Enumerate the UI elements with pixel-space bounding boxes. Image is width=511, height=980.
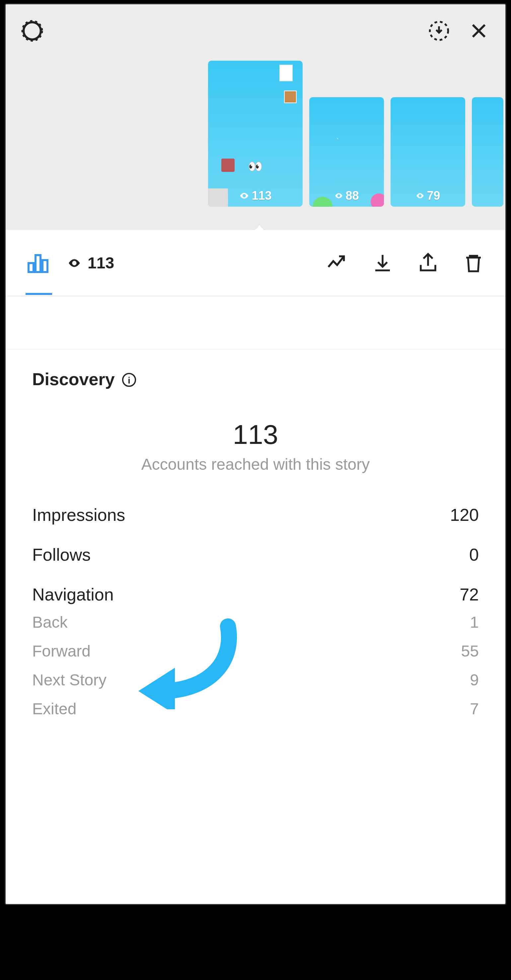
- stat-label: Back: [32, 613, 68, 631]
- discovery-title: Discovery: [32, 369, 115, 389]
- delete-button[interactable]: [462, 251, 486, 275]
- spacer-strip: [6, 296, 505, 349]
- tab-insights[interactable]: [25, 251, 49, 275]
- gear-icon: [19, 18, 45, 44]
- stat-value: 0: [469, 545, 479, 565]
- share-icon: [417, 252, 439, 274]
- decorative-mark: 、: [336, 130, 344, 141]
- stat-label: Follows: [32, 545, 91, 565]
- stat-follows: Follows 0: [32, 545, 479, 565]
- stat-value: 120: [450, 505, 479, 525]
- download-circle-icon: [428, 20, 450, 42]
- view-count-value: 113: [252, 189, 271, 203]
- sticker-icon: [208, 188, 228, 207]
- stat-nav-exited: Exited 7: [32, 700, 479, 718]
- section-title-row: Discovery: [32, 369, 479, 389]
- story-thumbnail-selected[interactable]: 👀 113: [208, 61, 302, 207]
- svg-point-0: [24, 22, 41, 40]
- header-actions: [426, 18, 492, 44]
- sticker-icon: [279, 65, 293, 81]
- stat-label: Next Story: [32, 671, 107, 689]
- discovery-section: Discovery 113 Accounts reached with this…: [6, 349, 505, 742]
- bar-chart-icon: [25, 251, 49, 275]
- total-views[interactable]: 113: [68, 254, 114, 272]
- stat-impressions: Impressions 120: [32, 505, 479, 525]
- info-button[interactable]: [121, 372, 137, 387]
- thumbnail-view-count: 79: [415, 189, 440, 203]
- eye-icon: [334, 191, 343, 200]
- eye-icon: [415, 191, 424, 200]
- header-top-bar: [6, 11, 505, 51]
- stat-nav-next-story: Next Story 9: [32, 671, 479, 689]
- promote-button[interactable]: [325, 251, 349, 275]
- stat-value: 7: [470, 700, 479, 718]
- eye-icon: [239, 191, 249, 201]
- view-count-value: 79: [427, 189, 440, 203]
- sticker-icon: [284, 91, 297, 103]
- story-thumbnail[interactable]: 79: [390, 97, 465, 207]
- save-button[interactable]: [371, 251, 395, 275]
- decorative-dot: [312, 197, 333, 207]
- svg-rect-5: [43, 260, 48, 272]
- svg-rect-3: [29, 263, 33, 272]
- close-icon: [468, 21, 489, 41]
- app-frame: 👀 113 、 88 79: [5, 3, 506, 905]
- download-all-button[interactable]: [426, 18, 452, 44]
- stat-value: 1: [470, 613, 479, 631]
- thumbnail-view-count: 88: [334, 189, 359, 203]
- reach-count: 113: [32, 419, 479, 450]
- svg-rect-4: [35, 255, 40, 272]
- story-thumbnail[interactable]: 、 88: [309, 97, 384, 207]
- thumbnail-view-count: 113: [239, 189, 271, 203]
- info-icon: [121, 372, 137, 388]
- stat-value: 72: [460, 585, 479, 605]
- download-icon: [372, 252, 393, 274]
- stat-label: Navigation: [32, 585, 114, 605]
- selected-pointer: [250, 222, 269, 231]
- stat-value: 55: [461, 642, 479, 660]
- stat-label: Impressions: [32, 505, 125, 525]
- eyes-emoji: 👀: [248, 159, 263, 173]
- trend-up-icon: [326, 251, 349, 275]
- reach-caption: Accounts reached with this story: [32, 455, 479, 473]
- settings-button[interactable]: [19, 18, 45, 44]
- story-thumbnails-strip[interactable]: 👀 113 、 88 79: [208, 61, 503, 207]
- stat-label: Forward: [32, 642, 91, 660]
- stat-navigation: Navigation 72: [32, 585, 479, 605]
- view-count-value: 113: [88, 254, 114, 272]
- sticker-icon: [221, 159, 235, 172]
- story-thumbnail-partial[interactable]: [472, 97, 503, 207]
- eye-icon: [68, 256, 81, 270]
- trash-icon: [463, 252, 484, 274]
- share-button[interactable]: [416, 251, 440, 275]
- stat-nav-forward: Forward 55: [32, 642, 479, 660]
- stat-label: Exited: [32, 700, 76, 718]
- insights-toolbar: 113: [6, 230, 505, 296]
- decorative-dot: [371, 193, 384, 207]
- view-count-value: 88: [345, 189, 359, 203]
- stat-value: 9: [470, 671, 479, 689]
- close-button[interactable]: [466, 18, 492, 44]
- stories-header: 👀 113 、 88 79: [6, 4, 505, 230]
- stat-nav-back: Back 1: [32, 613, 479, 631]
